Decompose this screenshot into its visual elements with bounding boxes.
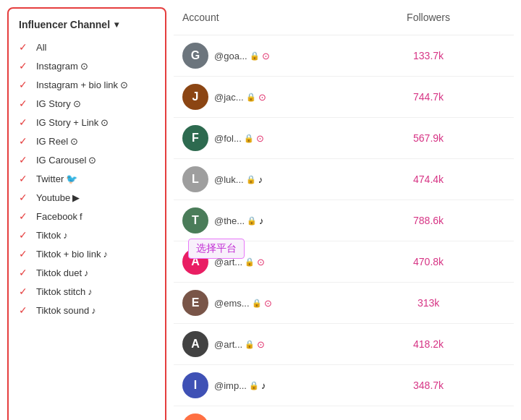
avatar-3: F bbox=[182, 125, 208, 151]
col-followers: Followers bbox=[372, 0, 485, 35]
account-text-2: @jac... bbox=[214, 92, 244, 103]
extra-cell-7 bbox=[485, 283, 514, 324]
table-row: F@fol...🔒⊙567.9k bbox=[174, 118, 514, 159]
account-name-3: @fol...🔒⊙ bbox=[214, 133, 264, 144]
account-cell-3: F@fol...🔒⊙ bbox=[174, 118, 372, 159]
lock-icon-7: 🔒 bbox=[252, 299, 262, 308]
sidebar-item-ig-reel[interactable]: ✓IG Reel⊙ bbox=[9, 132, 165, 150]
table-row: J@jac...🔒⊙744.7k bbox=[174, 77, 514, 118]
table-row: A@art...🔒⊙470.8k bbox=[174, 241, 514, 283]
check-icon-all: ✓ bbox=[19, 41, 30, 53]
sidebar-item-all[interactable]: ✓All bbox=[9, 38, 165, 56]
account-name-1: @goa...🔒⊙ bbox=[214, 51, 270, 61]
item-label-tiktok-duet: Tiktok duet♪ bbox=[36, 267, 89, 278]
table-row: L@luk...🔒♪474.4k bbox=[174, 159, 514, 200]
sidebar-item-ig-story[interactable]: ✓IG Story⊙ bbox=[9, 94, 165, 113]
platform-icon-tiktok-sound: ♪ bbox=[91, 305, 96, 316]
account-text-8: @art... bbox=[214, 339, 242, 350]
sidebar-item-ig-story-link[interactable]: ✓IG Story + Link⊙ bbox=[9, 113, 165, 132]
item-label-all: All bbox=[36, 42, 46, 53]
platform-icon-ig-story: ⊙ bbox=[73, 98, 81, 109]
check-icon-tiktok-bio: ✓ bbox=[19, 248, 30, 260]
account-name-6: @art...🔒⊙ bbox=[214, 257, 265, 267]
item-label-instagram: Instagram⊙ bbox=[36, 61, 88, 72]
extra-cell-1 bbox=[485, 35, 514, 77]
item-label-ig-story: IG Story⊙ bbox=[36, 98, 81, 109]
item-label-youtube: Youtube▶ bbox=[36, 192, 80, 203]
row-platform-icon-1: ⊙ bbox=[262, 51, 270, 61]
sidebar-panel: Influencer Channel ▾ ✓All✓Instagram⊙✓Ins… bbox=[7, 7, 166, 420]
platform-icon-ig-reel: ⊙ bbox=[70, 136, 78, 147]
sidebar-item-tiktok-stitch[interactable]: ✓Tiktok stitch♪ bbox=[9, 282, 165, 301]
row-platform-icon-8: ⊙ bbox=[257, 339, 265, 350]
main-content: Account Followers G@goa...🔒⊙133.7kJ@jac.… bbox=[166, 0, 521, 420]
extra-cell-2 bbox=[485, 77, 514, 118]
check-icon-ig-carousel: ✓ bbox=[19, 154, 30, 166]
followers-cell-4: 474.4k bbox=[372, 159, 485, 200]
followers-cell-10: ... bbox=[372, 406, 485, 421]
item-label-ig-reel: IG Reel⊙ bbox=[36, 136, 78, 147]
account-name-4: @luk...🔒♪ bbox=[214, 174, 263, 185]
table-row: T@the...🔒♪788.6k bbox=[174, 200, 514, 241]
extra-cell-9 bbox=[485, 365, 514, 406]
col-extra bbox=[485, 0, 514, 35]
check-icon-instagram: ✓ bbox=[19, 60, 30, 72]
account-cell-1: G@goa...🔒⊙ bbox=[174, 35, 372, 77]
platform-icon-tiktok-duet: ♪ bbox=[84, 267, 89, 278]
account-text-1: @goa... bbox=[214, 51, 247, 61]
account-cell-5: T@the...🔒♪ bbox=[174, 200, 372, 241]
avatar-4: L bbox=[182, 166, 208, 192]
followers-cell-2: 744.7k bbox=[372, 77, 485, 118]
sidebar-item-youtube[interactable]: ✓Youtube▶ bbox=[9, 188, 165, 207]
check-icon-tiktok-duet: ✓ bbox=[19, 267, 30, 278]
sidebar-item-ig-carousel[interactable]: ✓IG Carousel⊙ bbox=[9, 150, 165, 169]
extra-cell-3 bbox=[485, 118, 514, 159]
platform-icon-tiktok: ♪ bbox=[63, 230, 68, 241]
row-platform-icon-3: ⊙ bbox=[256, 133, 264, 144]
col-account: Account bbox=[174, 0, 372, 35]
account-name-2: @jac...🔒⊙ bbox=[214, 92, 266, 103]
table-row: ?@...🔒⊙... bbox=[174, 406, 514, 421]
sidebar-header[interactable]: Influencer Channel ▾ bbox=[9, 14, 165, 38]
platform-icon-instagram: ⊙ bbox=[80, 61, 88, 72]
followers-cell-1: 133.7k bbox=[372, 35, 485, 77]
sidebar-item-facebook[interactable]: ✓Facebookf bbox=[9, 207, 165, 226]
followers-cell-9: 348.7k bbox=[372, 365, 485, 406]
sidebar-item-twitter[interactable]: ✓Twitter🐦 bbox=[9, 169, 165, 188]
account-name-9: @imp...🔒♪ bbox=[214, 380, 266, 391]
item-label-facebook: Facebookf bbox=[36, 211, 82, 222]
lock-icon-9: 🔒 bbox=[249, 381, 259, 390]
followers-cell-8: 418.2k bbox=[372, 324, 485, 365]
item-label-tiktok-bio: Tiktok + bio link♪ bbox=[36, 249, 108, 260]
check-icon-ig-story-link: ✓ bbox=[19, 116, 30, 128]
sidebar-item-tiktok-bio[interactable]: ✓Tiktok + bio link♪ bbox=[9, 244, 165, 263]
item-label-tiktok: Tiktok♪ bbox=[36, 230, 68, 241]
account-cell-8: A@art...🔒⊙ bbox=[174, 324, 372, 365]
item-label-ig-carousel: IG Carousel⊙ bbox=[36, 155, 96, 166]
account-text-6: @art... bbox=[214, 257, 242, 267]
followers-cell-7: 313k bbox=[372, 283, 485, 324]
account-cell-6: A@art...🔒⊙ bbox=[174, 241, 372, 283]
account-text-3: @fol... bbox=[214, 133, 242, 144]
account-cell-10: ?@...🔒⊙ bbox=[174, 406, 372, 421]
lock-icon-3: 🔒 bbox=[244, 134, 254, 143]
extra-cell-5 bbox=[485, 200, 514, 241]
platform-icon-youtube: ▶ bbox=[72, 192, 80, 203]
data-table-wrap: Account Followers G@goa...🔒⊙133.7kJ@jac.… bbox=[174, 0, 514, 420]
platform-icon-instagram-bio: ⊙ bbox=[120, 80, 128, 90]
row-platform-icon-6: ⊙ bbox=[257, 257, 265, 267]
lock-icon-1: 🔒 bbox=[250, 51, 260, 61]
item-label-instagram-bio: Instagram + bio link⊙ bbox=[36, 80, 128, 90]
followers-cell-6: 470.8k bbox=[372, 241, 485, 283]
sidebar-item-instagram-bio[interactable]: ✓Instagram + bio link⊙ bbox=[9, 75, 165, 94]
account-cell-2: J@jac...🔒⊙ bbox=[174, 77, 372, 118]
sidebar-item-tiktok-duet[interactable]: ✓Tiktok duet♪ bbox=[9, 263, 165, 282]
lock-icon-8: 🔒 bbox=[245, 340, 255, 349]
avatar-2: J bbox=[182, 84, 208, 110]
sidebar-item-tiktok-sound[interactable]: ✓Tiktok sound♪ bbox=[9, 301, 165, 320]
sidebar-item-instagram[interactable]: ✓Instagram⊙ bbox=[9, 56, 165, 75]
sidebar-item-tiktok[interactable]: ✓Tiktok♪ bbox=[9, 226, 165, 244]
row-platform-icon-7: ⊙ bbox=[264, 298, 272, 309]
row-platform-icon-5: ♪ bbox=[259, 215, 264, 226]
avatar-9: I bbox=[182, 372, 208, 398]
